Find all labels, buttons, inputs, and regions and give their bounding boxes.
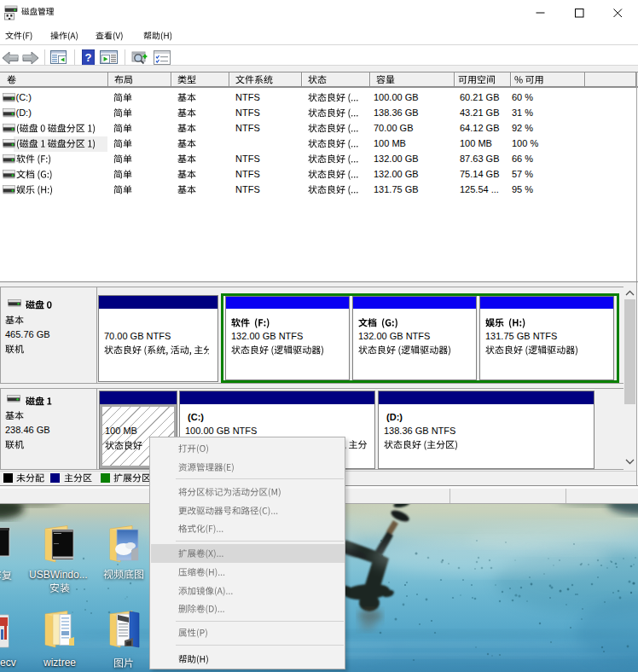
- svg-text:?: ?: [85, 51, 92, 64]
